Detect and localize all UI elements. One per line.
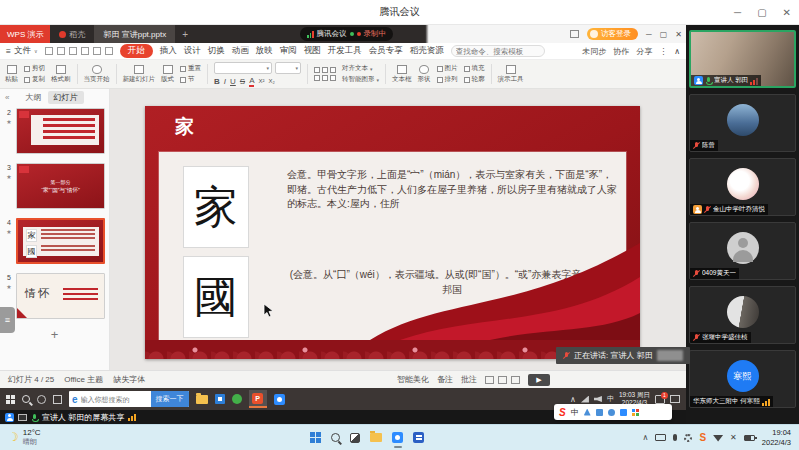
ime-mode[interactable]: 中: [571, 407, 579, 418]
command-search-input[interactable]: [456, 47, 540, 56]
menu-insert[interactable]: 插入: [160, 45, 177, 57]
thumb-toc[interactable]: [16, 108, 105, 154]
notification-icon[interactable]: 1: [655, 395, 665, 404]
sync-status[interactable]: 未同步: [582, 46, 606, 57]
green-app-icon[interactable]: [232, 394, 242, 404]
wps-close-icon[interactable]: ✕: [675, 30, 682, 39]
menu-docer-resource[interactable]: 稻壳资源: [410, 45, 444, 57]
settings-tray-icon[interactable]: [684, 434, 692, 442]
collab-button[interactable]: 协作: [613, 46, 629, 57]
seal-script-image-jia[interactable]: 家: [183, 166, 249, 248]
participant-tile[interactable]: 陈曾: [689, 94, 796, 152]
participant-tile[interactable]: 0409黄天一: [689, 222, 796, 280]
win10-start-button[interactable]: [6, 395, 15, 404]
seal-script-image-guo[interactable]: 國: [183, 256, 249, 338]
notes-button[interactable]: 备注: [437, 374, 453, 385]
win10-taskview-icon[interactable]: [53, 395, 62, 404]
win11-start-button[interactable]: [310, 432, 321, 443]
cortana-icon[interactable]: [37, 395, 46, 404]
slide-thumb-5[interactable]: 5★ 情怀: [2, 273, 105, 319]
layout-switch-icon[interactable]: [570, 30, 579, 38]
comments-button[interactable]: 批注: [461, 374, 477, 385]
wps-logo[interactable]: WPS 演示: [0, 25, 50, 43]
toolbox-icon[interactable]: [632, 409, 639, 416]
minimize-icon[interactable]: ─: [734, 7, 741, 18]
panel-drag-handle[interactable]: ≡: [0, 307, 15, 333]
volume-muted-icon[interactable]: ✕: [730, 433, 737, 442]
cut-button[interactable]: 剪切: [24, 64, 45, 73]
collapse-ribbon-icon[interactable]: ∧: [674, 47, 680, 56]
add-slide-button[interactable]: +: [0, 327, 109, 342]
guest-login-button[interactable]: 访客登录: [587, 28, 638, 40]
slide-paragraph-1[interactable]: 会意。甲骨文字形，上面是“宀”（mián），表示与室家有关，下面是“豕”，即猪。…: [287, 168, 617, 212]
share-button[interactable]: 分享: [636, 46, 652, 57]
reset-button[interactable]: 重置: [180, 64, 201, 73]
sogou-logo-icon[interactable]: S: [559, 407, 566, 418]
file-explorer-icon[interactable]: [370, 433, 382, 442]
ime-indicator[interactable]: 中: [607, 394, 614, 404]
participant-tile[interactable]: 张堰中学盛佳桢: [689, 286, 796, 344]
tray-chevron-icon[interactable]: ∧: [643, 433, 649, 442]
menu-animation[interactable]: 动画: [232, 45, 249, 57]
meeting-app-icon-active[interactable]: [392, 432, 403, 443]
tray-chevron-icon[interactable]: ∧: [570, 395, 576, 404]
participant-tile[interactable]: 金山中学叶乔清悦: [689, 158, 796, 216]
underline-button[interactable]: U: [230, 77, 236, 86]
volume-icon[interactable]: [594, 396, 602, 402]
new-slide-button[interactable]: 新建幻灯片: [123, 65, 156, 84]
font-size-select[interactable]: ▾: [275, 62, 301, 74]
menu-transition[interactable]: 切换: [208, 45, 225, 57]
meeting-status-pill[interactable]: 腾讯会议 录制中: [300, 27, 393, 41]
meeting-taskbar-icon[interactable]: [274, 394, 285, 405]
battery-icon[interactable]: [744, 435, 755, 441]
missing-font-warning[interactable]: 缺失字体: [113, 374, 145, 385]
slide-thumb-3[interactable]: 3★ 第一部分 “家”“国”与“情怀”: [2, 163, 105, 209]
smart-graphic-button[interactable]: 转智能图形▾: [342, 75, 379, 84]
thumb-qinghuai[interactable]: 情怀: [16, 273, 105, 319]
participant-tile-presenter[interactable]: 宣讲人 郭田: [689, 30, 796, 88]
italic-button[interactable]: I: [224, 77, 226, 86]
pen-icon[interactable]: [584, 409, 591, 416]
mic-input-icon[interactable]: [596, 409, 603, 416]
sogou-ime-bar[interactable]: S 中: [554, 404, 672, 420]
normal-view-icon[interactable]: [485, 376, 494, 384]
wps-maximize-icon[interactable]: ▢: [660, 30, 668, 39]
current-slide[interactable]: 家 家 國 会意。甲骨文字形，上面是“宀”（mián），表示与室家有关，下面是“…: [145, 106, 640, 359]
slide-layout-button[interactable]: 版式: [161, 65, 174, 84]
paste-button[interactable]: 粘贴: [5, 65, 18, 84]
menu-member[interactable]: 会员专享: [369, 45, 403, 57]
maximize-icon[interactable]: ▢: [757, 7, 766, 18]
ie-search-button[interactable]: 搜索一下: [151, 391, 189, 407]
thumb-section-title[interactable]: 第一部分 “家”“国”与“情怀”: [16, 163, 105, 209]
textbox-button[interactable]: 文本框: [392, 65, 412, 84]
font-color-button[interactable]: A: [249, 76, 254, 87]
menu-slideshow[interactable]: 放映: [256, 45, 273, 57]
command-search[interactable]: [451, 45, 545, 57]
close-icon[interactable]: ✕: [783, 7, 791, 18]
action-center-icon[interactable]: [670, 395, 680, 403]
menu-devtools[interactable]: 开发工具: [328, 45, 362, 57]
docs-app-icon[interactable]: [413, 432, 424, 443]
superscript-button[interactable]: X²: [258, 78, 264, 84]
slide-paragraph-2[interactable]: (会意。从“囗”（wéi），表示疆域。从或(即“国”）。“或”亦兼表字音。本义:…: [287, 268, 617, 297]
arrange-button[interactable]: 排列: [437, 75, 458, 84]
tab-outline[interactable]: 大纲: [26, 92, 42, 103]
bold-button[interactable]: B: [214, 77, 220, 86]
weather-widget[interactable]: ☽ 12°C 晴朗: [0, 429, 49, 445]
wps-taskbar-icon-active[interactable]: P: [249, 390, 267, 408]
slide-canvas[interactable]: 家 家 國 会意。甲骨文字形，上面是“宀”（mián），表示与室家有关，下面是“…: [110, 89, 686, 370]
new-tab-button[interactable]: +: [175, 25, 195, 43]
present-tools-button[interactable]: 演示工具: [498, 65, 524, 84]
file-explorer-icon[interactable]: [196, 395, 208, 404]
mic-tray-icon[interactable]: [673, 434, 677, 441]
font-family-select[interactable]: ▾: [214, 62, 272, 74]
win10-search-icon[interactable]: [22, 395, 30, 403]
win11-clock[interactable]: 19:04 2022/4/3: [762, 428, 791, 447]
format-painter-button[interactable]: 格式刷: [51, 65, 71, 84]
participant-tile[interactable]: 寒熙 华东师大三附中 何寒熙: [689, 350, 796, 408]
file-menu[interactable]: ≡ 文件 ∨: [6, 45, 38, 57]
align-text-button[interactable]: 对齐文本▾: [342, 64, 379, 73]
outline-button[interactable]: 轮廓: [464, 75, 485, 84]
sorter-view-icon[interactable]: [498, 376, 507, 384]
slideshow-play-button[interactable]: ▶: [528, 374, 550, 386]
